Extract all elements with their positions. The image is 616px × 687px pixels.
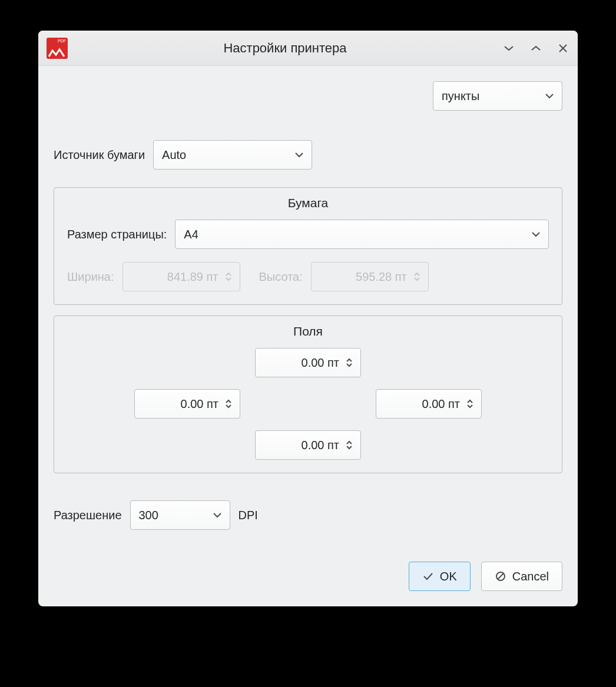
width-label: Ширина: — [67, 270, 114, 284]
stepper-icon — [345, 358, 353, 367]
margin-bottom-stepper[interactable]: 0.00 пт — [255, 430, 361, 460]
check-icon — [422, 572, 434, 581]
resolution-unit: DPI — [239, 509, 258, 522]
paper-group: Бумага Размер страницы: A4 Ширина: 841.8… — [54, 187, 562, 305]
chevron-down-icon — [544, 92, 555, 99]
window-controls — [501, 41, 571, 56]
margins-group-title: Поля — [67, 324, 549, 338]
maximize-button[interactable] — [528, 41, 544, 56]
height-stepper: 595.28 пт — [311, 262, 429, 291]
stepper-icon — [466, 399, 474, 409]
prohibit-icon — [495, 570, 506, 582]
margin-bottom-value: 0.00 пт — [264, 439, 345, 452]
units-value: пункты — [442, 89, 479, 103]
cancel-label: Cancel — [512, 570, 549, 583]
chevron-down-icon — [294, 151, 304, 158]
width-stepper: 841.89 пт — [122, 262, 240, 291]
paper-group-title: Бумага — [67, 196, 549, 210]
close-button[interactable] — [555, 41, 571, 56]
resolution-label: Разрешение — [54, 509, 122, 522]
dialog-content: пункты Источник бумаги Auto Бумага Разме… — [38, 66, 578, 606]
titlebar: Настройки принтера — [38, 31, 578, 66]
margin-top-value: 0.00 пт — [264, 356, 345, 370]
stepper-icon — [224, 399, 233, 409]
cancel-button[interactable]: Cancel — [481, 562, 562, 591]
stepper-icon — [413, 272, 421, 281]
paper-source-label: Источник бумаги — [54, 148, 145, 162]
width-value: 841.89 пт — [131, 270, 224, 284]
svg-line-3 — [498, 573, 504, 579]
app-icon — [47, 38, 68, 59]
page-size-label: Размер страницы: — [67, 228, 167, 241]
stepper-icon — [224, 272, 233, 281]
resolution-value: 300 — [139, 509, 158, 522]
dialog-window: Настройки принтера пункты Источник бумаг — [38, 31, 578, 606]
margin-right-stepper[interactable]: 0.00 пт — [376, 389, 482, 419]
chevron-down-icon — [212, 512, 223, 519]
dialog-title: Настройки принтера — [75, 41, 495, 56]
margins-group: Поля 0.00 пт 0.00 пт — [54, 316, 562, 473]
ok-button[interactable]: OK — [409, 562, 471, 591]
chevron-down-icon — [531, 231, 541, 238]
page-size-value: A4 — [184, 228, 198, 241]
margin-right-value: 0.00 пт — [385, 397, 466, 411]
resolution-select[interactable]: 300 — [130, 500, 230, 530]
margin-top-stepper[interactable]: 0.00 пт — [255, 348, 361, 377]
paper-source-value: Auto — [162, 148, 186, 162]
page-size-select[interactable]: A4 — [175, 220, 549, 249]
margin-left-stepper[interactable]: 0.00 пт — [134, 389, 240, 419]
units-select[interactable]: пункты — [433, 81, 562, 111]
height-value: 595.28 пт — [320, 270, 413, 284]
paper-source-select[interactable]: Auto — [153, 140, 312, 170]
height-label: Высота: — [259, 270, 303, 284]
minimize-button[interactable] — [501, 41, 516, 56]
ok-label: OK — [440, 570, 457, 583]
stepper-icon — [345, 440, 353, 450]
margin-left-value: 0.00 пт — [143, 397, 224, 411]
